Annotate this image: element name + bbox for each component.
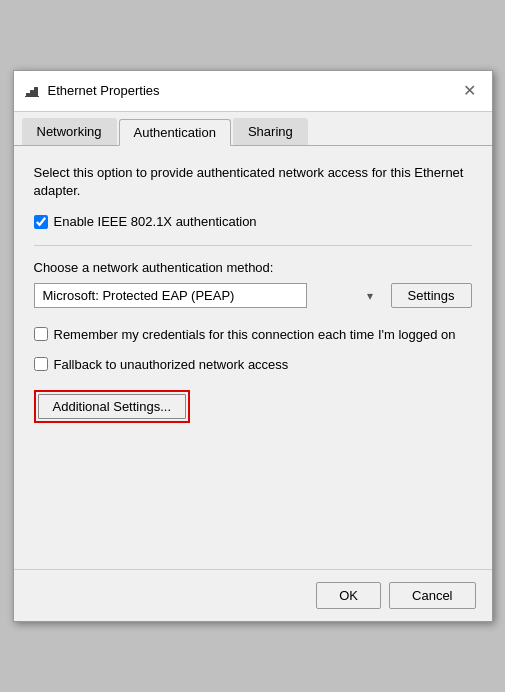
additional-settings-button[interactable]: Additional Settings...	[38, 394, 187, 419]
enable-checkbox-row: Enable IEEE 802.1X authentication	[34, 214, 472, 229]
separator	[34, 245, 472, 246]
method-dropdown-row: Microsoft: Protected EAP (PEAP) Microsof…	[34, 283, 472, 308]
method-dropdown[interactable]: Microsoft: Protected EAP (PEAP) Microsof…	[34, 283, 307, 308]
remember-credentials-checkbox[interactable]	[34, 327, 48, 341]
close-button[interactable]: ✕	[458, 79, 482, 103]
remember-checkbox-row: Remember my credentials for this connect…	[34, 326, 472, 344]
tab-sharing[interactable]: Sharing	[233, 118, 308, 145]
method-dropdown-wrapper: Microsoft: Protected EAP (PEAP) Microsof…	[34, 283, 381, 308]
additional-settings-wrapper: Additional Settings...	[34, 390, 472, 423]
fallback-label: Fallback to unauthorized network access	[54, 356, 289, 374]
svg-rect-3	[25, 96, 39, 97]
fallback-checkbox-row: Fallback to unauthorized network access	[34, 356, 472, 374]
tab-authentication[interactable]: Authentication	[119, 119, 231, 146]
svg-rect-2	[34, 87, 38, 96]
description-text: Select this option to provide authentica…	[34, 164, 472, 200]
enable-ieee-checkbox[interactable]	[34, 215, 48, 229]
window-title: Ethernet Properties	[48, 83, 160, 98]
network-method-label: Choose a network authentication method:	[34, 260, 472, 275]
remember-credentials-label: Remember my credentials for this connect…	[54, 326, 456, 344]
tab-networking[interactable]: Networking	[22, 118, 117, 145]
title-bar-left: Ethernet Properties	[24, 83, 160, 99]
tab-bar: Networking Authentication Sharing	[14, 112, 492, 146]
title-bar: Ethernet Properties ✕	[14, 71, 492, 112]
ethernet-properties-dialog: Ethernet Properties ✕ Networking Authent…	[13, 70, 493, 623]
content-spacer	[14, 449, 492, 569]
enable-ieee-label: Enable IEEE 802.1X authentication	[54, 214, 257, 229]
fallback-checkbox[interactable]	[34, 357, 48, 371]
tab-content: Select this option to provide authentica…	[14, 146, 492, 450]
cancel-button[interactable]: Cancel	[389, 582, 475, 609]
svg-rect-1	[30, 90, 34, 96]
footer: OK Cancel	[14, 569, 492, 621]
network-icon	[24, 83, 40, 99]
settings-button[interactable]: Settings	[391, 283, 472, 308]
ok-button[interactable]: OK	[316, 582, 381, 609]
svg-rect-0	[26, 93, 30, 96]
additional-settings-highlight: Additional Settings...	[34, 390, 191, 423]
